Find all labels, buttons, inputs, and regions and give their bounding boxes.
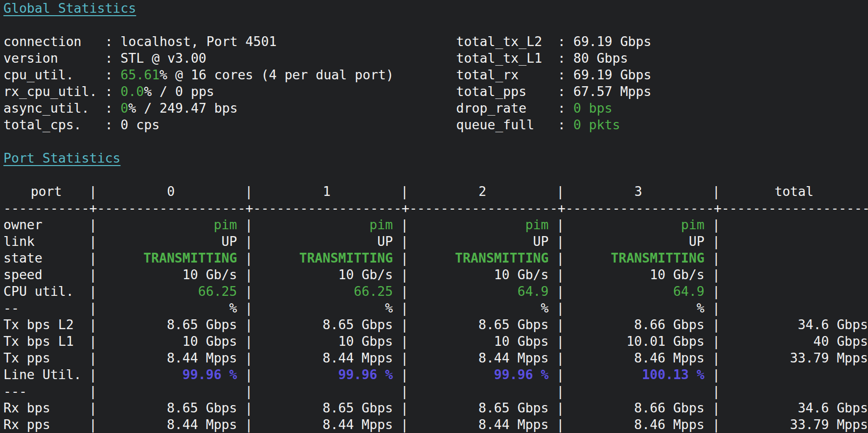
port-cell: 8.44 Mpps (97, 416, 245, 433)
port-table-row: state|TRANSMITTING|TRANSMITTING|TRANSMIT… (3, 250, 868, 266)
port-table-row: ---||||| (3, 383, 868, 400)
blank-line (3, 167, 868, 183)
cell-content: 8.66 Gbps (564, 400, 704, 416)
colon-separator: : (558, 83, 573, 100)
value-segment: 10 Gb/s (409, 266, 548, 283)
column-pipe: | (401, 183, 409, 200)
column-pipe: | (245, 416, 252, 433)
value-segment: 10 Gbps (409, 333, 548, 350)
port-cell: 8.65 Gbps (97, 400, 245, 416)
value-segment: % / 249.47 bps (128, 100, 237, 117)
stat-label: total_pps (456, 83, 557, 100)
port-table-row: Rx bps|8.65 Gbps|8.65 Gbps|8.65 Gbps|8.6… (3, 400, 868, 416)
total-cell: 33.79 Mpps (720, 416, 868, 433)
column-pipe: | (712, 300, 720, 316)
value-segment: 10 Gbps (252, 333, 392, 350)
column-pipe: | (89, 333, 97, 350)
value-segment: 8.65 Gbps (97, 400, 237, 416)
cell-content: 99.96 % (252, 366, 392, 383)
value-segment: 8.44 Mpps (409, 416, 548, 433)
total-cell (720, 266, 868, 283)
value-segment: 33.79 Mpps (720, 416, 868, 433)
cell-content: UP (252, 233, 392, 250)
global-stats-section: connection: localhost, Port 4501total_tx… (3, 33, 868, 133)
cell-content: 10 Gbps (97, 333, 237, 350)
stat-label: total_cps. (3, 117, 105, 133)
port-cell: 99.96 % (252, 366, 400, 383)
port-table-row: Line Util.|99.96 %|99.96 %|99.96 %|100.1… (3, 366, 868, 383)
port-cell: pim (97, 216, 245, 233)
column-pipe: | (89, 416, 97, 433)
port-cell: 8.44 Mpps (409, 416, 556, 433)
cell-content: 10 Gbps (409, 333, 548, 350)
row-label: Tx bps L1 (3, 333, 89, 350)
stat-label: total_rx (456, 67, 557, 83)
column-pipe: | (89, 383, 97, 400)
value-segment: pim (564, 216, 704, 233)
value-segment: 34.6 Gbps (720, 400, 868, 416)
stat-value: localhost, Port 4501 (120, 33, 456, 50)
port-cell: 8.65 Gbps (252, 316, 400, 333)
port-cell: 66.25% (97, 283, 245, 300)
colon-separator: : (558, 50, 573, 67)
port-table-row: speed|10 Gb/s|10 Gb/s|10 Gb/s|10 Gb/s| (3, 266, 868, 283)
blank-line (3, 133, 868, 150)
cell-content: pim (564, 216, 704, 233)
value-segment: 99.96 % (409, 366, 548, 383)
cell-content: 10.01 Gbps (564, 333, 704, 350)
cell-content: TRANSMITTING (252, 250, 392, 266)
cell-content: 10 Gb/s (252, 266, 392, 283)
column-pipe: | (556, 250, 564, 266)
column-pipe: | (556, 316, 564, 333)
column-pipe: | (245, 183, 252, 200)
colon-separator: : (558, 33, 573, 50)
value-segment: % / 0 pps (144, 83, 214, 100)
stat-label: async_util. (3, 100, 105, 117)
port-table-row: owner|pim|pim|pim|pim| (3, 216, 868, 233)
column-pipe: | (712, 383, 720, 400)
port-table-row: Tx bps L2|8.65 Gbps|8.65 Gbps|8.65 Gbps|… (3, 316, 868, 333)
global-stat-row: version: STL @ v3.00total_tx_L1: 80 Gbps (3, 50, 868, 67)
value-segment: 64.9 (409, 283, 548, 300)
column-pipe: | (556, 266, 564, 283)
cell-content: 8.44 Mpps (97, 416, 237, 433)
total-cell (720, 216, 868, 233)
cell-content: 33.79 Mpps (720, 416, 868, 433)
column-pipe: | (401, 283, 409, 300)
value-segment: 10 Gb/s (564, 266, 704, 283)
port-table-row: --||||| (3, 300, 868, 316)
colon-separator: : (558, 67, 573, 83)
cell-content: 8.44 Mpps (252, 350, 392, 366)
terminal-screen: Global Statistics connection: localhost,… (0, 0, 868, 433)
value-segment: 80 Gbps (573, 50, 628, 67)
stat-label: connection (3, 33, 105, 50)
port-cell: 10 Gbps (252, 333, 400, 350)
cell-content: UP (97, 233, 237, 250)
value-segment: 8.44 Mpps (409, 350, 548, 366)
value-segment: 10.01 Gbps (564, 333, 704, 350)
cell-content: TRANSMITTING (97, 250, 237, 266)
port-cell: pim (564, 216, 712, 233)
column-pipe: | (245, 250, 252, 266)
cell-content: 8.46 Mpps (564, 416, 704, 433)
value-segment: 69.19 Gbps (573, 67, 652, 83)
port-cell: pim (252, 216, 400, 233)
column-pipe: | (89, 283, 97, 300)
column-pipe: | (712, 250, 720, 266)
column-pipe: | (401, 233, 409, 250)
row-label: Rx bps (3, 400, 89, 416)
port-cell: 64.9% (409, 283, 556, 300)
port-column-header: 3 (564, 183, 712, 200)
port-cell: 10 Gbps (97, 333, 245, 350)
value-segment: TRANSMITTING (409, 250, 548, 266)
cell-content: UP (409, 233, 548, 250)
total-cell: 33.79 Mpps (720, 350, 868, 366)
port-cell: 8.65 Gbps (97, 316, 245, 333)
value-segment: 8.44 Mpps (97, 350, 237, 366)
blank-line (3, 17, 868, 33)
port-stats-title-line: Port Statistics (3, 150, 868, 167)
value-segment: 10 Gbps (97, 333, 237, 350)
port-cell (97, 383, 245, 400)
total-cell (720, 366, 868, 383)
stat-label: total_tx_L2 (456, 33, 557, 50)
